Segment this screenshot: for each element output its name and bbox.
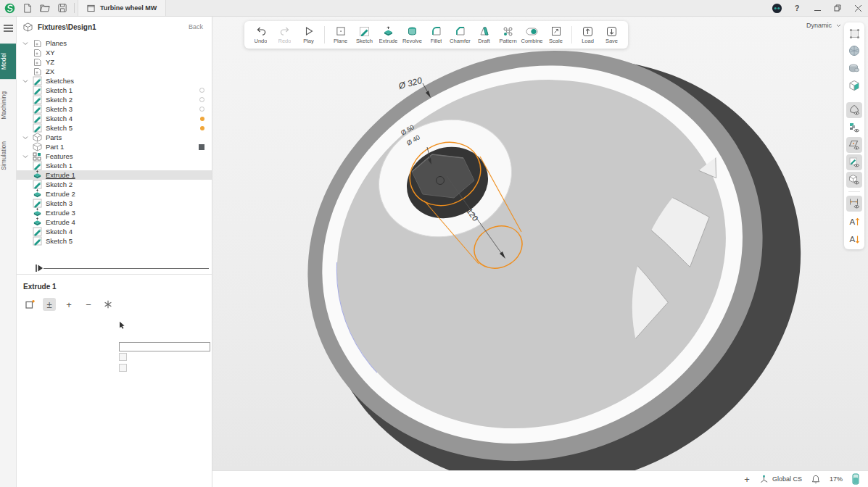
visibility-planes-button[interactable]	[846, 137, 862, 153]
visibility-parts-button[interactable]	[846, 172, 862, 188]
open-file-button[interactable]	[36, 0, 54, 16]
symmetrical-checkbox[interactable]	[119, 353, 127, 361]
battery-icon[interactable]	[852, 473, 859, 485]
mode-tab-model[interactable]: Model	[0, 43, 16, 79]
tool-play-button[interactable]: Play	[297, 25, 321, 44]
boolean-mode-join[interactable]: ±	[43, 298, 56, 311]
back-button[interactable]: Back	[189, 23, 203, 30]
text-decrease-button[interactable]: A	[846, 230, 862, 246]
features-icon	[32, 151, 42, 161]
user-avatar[interactable]	[766, 0, 787, 16]
tool-extrude-button[interactable]: Extrude	[376, 25, 400, 44]
sketch-icon	[32, 236, 42, 246]
zoom-level[interactable]: 17%	[830, 475, 843, 483]
visibility-bodies-button[interactable]	[846, 102, 862, 118]
new-document-button[interactable]	[19, 0, 36, 16]
3d-viewport-model[interactable]: 120 Ø 320 Ø 50 Ø 40	[212, 17, 868, 470]
tree-item-indicator-dot-orange[interactable]	[200, 126, 204, 130]
appearance-cylinder-button[interactable]	[846, 60, 862, 76]
tree-item-indicator-circle[interactable]	[199, 107, 204, 112]
tree-item-indicator-circle[interactable]	[199, 97, 204, 102]
history-timeline[interactable]	[17, 262, 212, 274]
thickness-checkbox[interactable]	[119, 364, 127, 372]
view-mode-dropdown[interactable]: Dynamic	[806, 22, 841, 29]
boolean-mode-new-body[interactable]	[23, 298, 36, 311]
tree-item-planes[interactable]: Planes	[17, 38, 212, 48]
text-increase-button[interactable]: A	[846, 213, 862, 229]
tree-item-sketch-4[interactable]: Sketch 4	[17, 227, 212, 236]
tool-redo-button[interactable]: Redo	[273, 25, 297, 44]
tree-item-extrude-3[interactable]: Extrude 3	[17, 208, 212, 217]
mode-tab-machining[interactable]: Machining	[0, 82, 16, 129]
tree-item-sketches[interactable]: Sketches	[17, 76, 212, 86]
close-button[interactable]	[848, 0, 868, 16]
tree-item-indicator-dot-orange[interactable]	[200, 117, 204, 121]
3d-viewport[interactable]: 120 Ø 320 Ø 50 Ø 40	[212, 17, 868, 470]
tool-revolve-button[interactable]: Revolve	[400, 25, 424, 44]
tool-undo-button[interactable]: Undo	[249, 25, 273, 44]
tool-combine-button[interactable]: Combine	[520, 25, 544, 44]
caret-down-icon[interactable]	[22, 79, 32, 83]
mode-tab-simulation[interactable]: Simulation	[0, 132, 16, 180]
tree-item-xy[interactable]: XY	[17, 48, 212, 57]
tool-pattern-button[interactable]: Pattern	[496, 25, 520, 44]
tree-item-extrude-4[interactable]: Extrude 4	[17, 217, 212, 227]
help-button[interactable]: ?	[787, 0, 807, 16]
tool-chamfer-button[interactable]: Chamfer	[448, 25, 472, 44]
add-cs-button[interactable]: +	[744, 475, 750, 484]
isometric-view-button[interactable]	[846, 78, 862, 93]
timeline-marker-icon[interactable]	[36, 265, 44, 272]
tool-scale-button[interactable]: Scale	[544, 25, 568, 44]
tree-item-features[interactable]: Features	[17, 151, 212, 161]
tree-item-sketch-4[interactable]: Sketch 4	[17, 114, 212, 123]
save-file-button[interactable]	[54, 0, 71, 16]
app-logo-icon[interactable]	[0, 3, 19, 14]
tree-item-sketch-1[interactable]: Sketch 1	[17, 161, 212, 170]
tree-item-yz[interactable]: YZ	[17, 57, 212, 67]
tree-item-sketch-3[interactable]: Sketch 3	[17, 199, 212, 208]
visibility-tools-button[interactable]	[846, 120, 862, 136]
timeline-track[interactable]	[44, 268, 209, 269]
tool-load-button[interactable]: Load	[576, 25, 600, 44]
tree-item-part-1[interactable]: Part 1	[17, 142, 212, 151]
tool-sketch-button[interactable]: Sketch	[352, 25, 376, 44]
distance-input[interactable]	[119, 342, 210, 351]
tool-draft-button[interactable]: Draft	[472, 25, 496, 44]
tool-fillet-button[interactable]: Fillet	[424, 25, 448, 44]
tool-plane-button[interactable]: Plane	[328, 25, 352, 44]
tool-label: Fillet	[431, 38, 442, 44]
coordinate-system-selector[interactable]: Global CS	[759, 475, 802, 484]
tool-save-button[interactable]: Save	[600, 25, 624, 44]
tree-item-label: Sketch 2	[46, 96, 73, 104]
boolean-mode-subtract[interactable]: −	[82, 298, 95, 311]
tree-item-extrude-2[interactable]: Extrude 2	[17, 189, 212, 199]
app-window: Turbine wheel MW ? ModelMachiningSimulat…	[0, 0, 868, 487]
caret-down-icon[interactable]	[22, 136, 32, 140]
caret-down-icon[interactable]	[22, 154, 32, 159]
boolean-mode-add[interactable]: +	[62, 298, 75, 311]
visibility-dimensions-button[interactable]	[846, 196, 862, 212]
caret-down-icon[interactable]	[22, 41, 32, 46]
notifications-button[interactable]	[811, 475, 820, 484]
visibility-sketches-button[interactable]	[846, 154, 862, 170]
minimize-button[interactable]	[807, 0, 827, 16]
tree-item-sketch-3[interactable]: Sketch 3	[17, 104, 212, 114]
tree-item-parts[interactable]: Parts	[17, 133, 212, 142]
tree-item-sketch-5[interactable]: Sketch 5	[17, 123, 212, 133]
tree-item-indicator-square-dark[interactable]	[199, 144, 204, 150]
tool-label: Draft	[478, 38, 489, 44]
tree-item-sketch-2[interactable]: Sketch 2	[17, 95, 212, 104]
tree-item-zx[interactable]: ZX	[17, 67, 212, 76]
tree-item-sketch-5[interactable]: Sketch 5	[17, 236, 212, 246]
material-sphere-button[interactable]	[846, 43, 862, 59]
tree-item-sketch-1[interactable]: Sketch 1	[17, 86, 212, 95]
tree-item-extrude-1[interactable]: Extrude 1	[17, 170, 212, 180]
maximize-button[interactable]	[827, 0, 848, 16]
tree-item-sketch-2[interactable]: Sketch 2	[17, 180, 212, 189]
menu-hamburger-icon[interactable]	[4, 22, 13, 35]
document-tab[interactable]: Turbine wheel MW	[78, 0, 166, 16]
select-region-button[interactable]	[846, 25, 862, 41]
tree-item-indicator-circle[interactable]	[199, 88, 204, 93]
sketch-icon	[32, 227, 42, 236]
boolean-mode-intersect[interactable]	[102, 298, 115, 311]
